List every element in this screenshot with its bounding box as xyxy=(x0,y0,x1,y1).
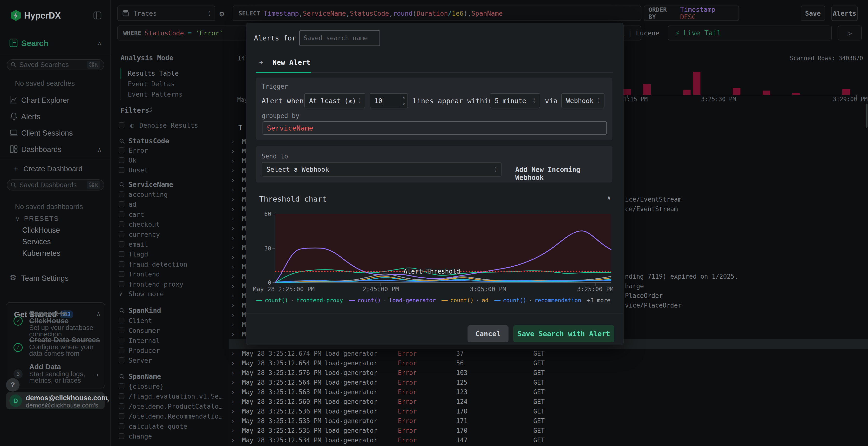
legend-item[interactable]: count()·frontend-proxy xyxy=(256,297,343,303)
denoise-checkbox[interactable] xyxy=(119,122,124,128)
filter-item[interactable]: Producer xyxy=(111,346,228,355)
filter-item[interactable]: Unset xyxy=(111,166,228,175)
filter-checkbox[interactable] xyxy=(119,338,124,343)
table-row[interactable]: ›M xyxy=(228,243,246,252)
filter-item[interactable]: /oteldemo.ProductCatalo… xyxy=(111,402,228,411)
filter-checkbox[interactable] xyxy=(119,221,124,227)
filter-item[interactable]: {closure} xyxy=(111,382,228,391)
table-row[interactable]: ›M xyxy=(228,233,246,243)
filter-checkbox[interactable] xyxy=(119,433,124,439)
refresh-icon[interactable] xyxy=(147,107,153,113)
filter-item[interactable]: /flagd.evaluation.v1.Se… xyxy=(111,391,228,401)
channel-select[interactable]: Webhook ∧∨ xyxy=(561,93,604,108)
filter-item[interactable]: Server xyxy=(111,356,228,365)
saved-searches-input[interactable]: Saved Searches ⌘K xyxy=(7,59,104,70)
grouped-by-input[interactable]: ServiceName xyxy=(262,122,607,135)
user-menu[interactable]: D demos@clickhouse.com demos@clickhouse.… xyxy=(6,392,105,409)
sidebar-item-client-sessions[interactable]: Client Sessions xyxy=(21,129,73,138)
arrow-right-icon[interactable]: → xyxy=(93,370,100,378)
chevron-right-icon[interactable]: › xyxy=(231,426,235,436)
create-dashboard-button[interactable]: + Create Dashboard xyxy=(14,165,83,173)
analysis-tab-event-patterns[interactable]: Event Patterns xyxy=(111,90,228,99)
table-row[interactable]: ›M xyxy=(228,204,246,214)
order-by-input[interactable]: ORDER BY Timestamp DESC xyxy=(644,5,739,21)
table-row[interactable]: ›May 28 3:25:12.564 PMload-generatorErro… xyxy=(228,378,868,387)
table-row[interactable]: ›M xyxy=(228,166,246,175)
sidebar-section-search[interactable]: Search xyxy=(21,38,49,48)
threshold-input[interactable]: 10 ∧∨ xyxy=(370,93,408,108)
sidebar-item-alerts[interactable]: Alerts xyxy=(21,112,40,121)
filter-checkbox[interactable] xyxy=(119,261,124,267)
collapse-sidebar-icon[interactable] xyxy=(93,11,102,20)
chevron-right-icon[interactable]: › xyxy=(231,407,235,416)
filter-item[interactable]: Client xyxy=(111,316,228,325)
filter-checkbox[interactable] xyxy=(119,347,124,353)
table-row[interactable]: ›M xyxy=(228,175,246,185)
chevron-right-icon[interactable]: › xyxy=(231,368,235,378)
filter-checkbox[interactable] xyxy=(119,413,124,419)
chevron-right-icon[interactable]: › xyxy=(231,358,235,368)
step-title[interactable]: Connect to ClickHouse xyxy=(29,309,68,324)
table-row[interactable]: ›M xyxy=(228,185,246,195)
saved-search-name-input[interactable]: Saved search name xyxy=(299,30,380,46)
filter-checkbox[interactable] xyxy=(119,147,124,153)
source-select[interactable]: Traces ∧∨ xyxy=(117,5,215,21)
chevron-right-icon[interactable]: › xyxy=(231,416,235,426)
filter-checkbox[interactable] xyxy=(119,281,124,287)
chevron-up-icon[interactable]: ∧ xyxy=(97,40,102,46)
analysis-tab-results-table[interactable]: Results Table xyxy=(111,69,228,78)
add-webhook-button[interactable]: Add New Incoming Webhook xyxy=(515,166,613,181)
live-tail-button[interactable]: ⚡ Live Tail xyxy=(668,26,832,40)
webhook-select[interactable]: Select a Webhook ∧∨ xyxy=(261,162,501,176)
table-row[interactable]: ›M xyxy=(228,262,246,272)
table-row[interactable]: ›May 28 3:25:12.674 PMload-generatorErro… xyxy=(228,349,868,358)
table-row[interactable]: ›M xyxy=(228,272,246,281)
filter-item[interactable]: frontend xyxy=(111,270,228,279)
filter-item[interactable]: flagd xyxy=(111,249,228,259)
collapse-chart-chevron[interactable]: ∧ xyxy=(607,194,611,202)
window-select[interactable]: 5 minute ∧∨ xyxy=(490,93,540,108)
preset-services[interactable]: Services xyxy=(22,237,51,246)
presets-toggle[interactable]: ∨PRESETS xyxy=(16,215,59,222)
filter-item[interactable]: Error xyxy=(111,146,228,155)
filter-item[interactable]: Ok xyxy=(111,156,228,165)
filter-checkbox[interactable] xyxy=(119,192,124,197)
sql-select-input[interactable]: SELECT Timestamp,ServiceName,StatusCode,… xyxy=(233,5,641,21)
table-row[interactable]: ›M xyxy=(228,146,246,156)
table-row[interactable]: ›M xyxy=(228,291,246,301)
filter-item[interactable]: fraud-detection xyxy=(111,260,228,269)
chevron-right-icon[interactable]: › xyxy=(231,397,235,407)
chevron-up-icon[interactable]: ∧ xyxy=(96,310,101,317)
filter-checkbox[interactable] xyxy=(119,383,124,389)
filter-checkbox[interactable] xyxy=(119,271,124,277)
table-row[interactable]: ›May 28 3:25:12.654 PMload-generatorErro… xyxy=(228,358,868,368)
table-row[interactable]: ›M xyxy=(228,252,246,262)
table-row[interactable]: ›May 28 3:25:12.536 PMload-generatorErro… xyxy=(228,407,868,416)
tab-new-alert[interactable]: + New Alert xyxy=(259,58,310,66)
filter-item[interactable]: checkout xyxy=(111,219,228,229)
chevron-right-icon[interactable]: › xyxy=(231,436,235,445)
table-row[interactable]: ›May 28 3:25:12.535 PMload-generatorErro… xyxy=(228,416,868,426)
alerts-button[interactable]: Alerts xyxy=(831,5,858,21)
filter-checkbox[interactable] xyxy=(119,211,124,217)
analysis-tab-event-deltas[interactable]: Event Deltas xyxy=(111,79,228,89)
table-row[interactable]: ›May 28 3:25:12.576 PMload-generatorErro… xyxy=(228,368,868,378)
table-row[interactable]: ›May 28 3:25:12.560 PMload-generatorErro… xyxy=(228,397,868,407)
legend-item[interactable]: count()·recommendation xyxy=(494,297,581,303)
help-button[interactable]: ? xyxy=(6,378,20,391)
table-row[interactable]: ›May 28 3:25:12.535 PMload-generatorErro… xyxy=(228,426,868,436)
table-row[interactable]: ›M xyxy=(228,320,246,330)
chevron-right-icon[interactable]: › xyxy=(231,378,235,387)
table-row[interactable]: ›M xyxy=(228,281,246,291)
run-query-button[interactable]: ▷ xyxy=(838,26,862,40)
show-more-button[interactable]: ∨Show more xyxy=(111,289,228,299)
filter-checkbox[interactable] xyxy=(119,328,124,333)
table-row[interactable]: ›M xyxy=(228,137,246,146)
table-row[interactable]: ›M xyxy=(228,214,246,224)
filter-checkbox[interactable] xyxy=(119,357,124,363)
scrollbar[interactable] xyxy=(866,104,868,128)
filter-item[interactable]: currency xyxy=(111,230,228,239)
filter-item[interactable]: Internal xyxy=(111,336,228,346)
table-row[interactable]: ›M xyxy=(228,195,246,204)
preset-kubernetes[interactable]: Kubernetes xyxy=(22,249,61,258)
